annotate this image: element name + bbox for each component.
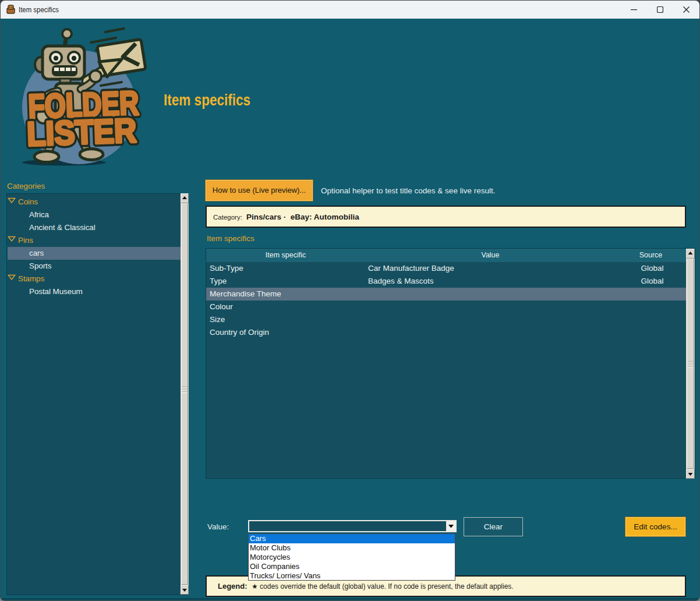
svg-text:LISTER: LISTER xyxy=(26,111,137,153)
